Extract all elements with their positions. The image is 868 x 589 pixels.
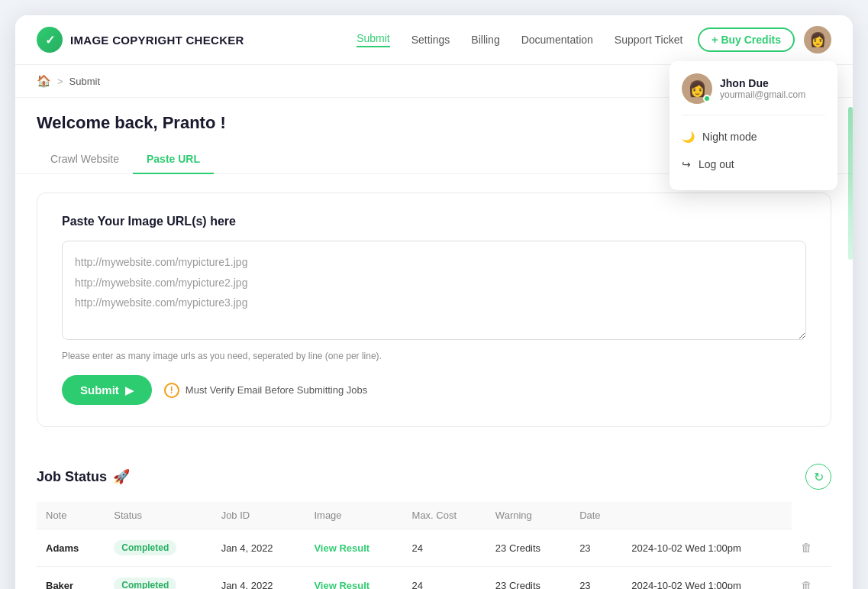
app-container: ✓ IMAGE COPYRIGHT CHECKER Submit Setting…: [15, 15, 853, 589]
dropdown-username: Jhon Due: [720, 77, 805, 89]
main-content: Paste Your Image URL(s) here http://mywe…: [15, 174, 853, 464]
nav-support[interactable]: Support Ticket: [615, 34, 683, 46]
user-dropdown: 👩 Jhon Due yourmail@gmail.com 🌙 Night mo…: [670, 61, 837, 190]
cell-job-id: Jan 4, 2022: [212, 567, 305, 590]
warning-icon: !: [164, 383, 179, 398]
cell-warning: 23: [570, 529, 622, 567]
logout-button[interactable]: ↪ Log out: [682, 150, 825, 178]
dropdown-user-details: Jhon Due yourmail@gmail.com: [720, 77, 805, 100]
cell-note: Adams: [37, 529, 105, 567]
breadcrumb-separator: >: [57, 76, 63, 87]
cell-max-cost: 23 Credits: [486, 529, 570, 567]
tab-crawl-website[interactable]: Crawl Website: [37, 145, 133, 174]
paste-url-form-card: Paste Your Image URL(s) here http://mywe…: [37, 193, 831, 427]
cell-note: Baker: [37, 567, 105, 590]
cell-view-result[interactable]: View Result: [305, 567, 402, 590]
verify-warning-text: Must Verify Email Before Submitting Jobs: [186, 384, 367, 396]
col-date: Date: [570, 502, 622, 529]
dropdown-user-info: 👩 Jhon Due yourmail@gmail.com: [682, 73, 825, 115]
table-row: Baker Completed Jan 4, 2022 View Result …: [37, 567, 831, 590]
cell-job-id: Jan 4, 2022: [212, 529, 305, 567]
online-indicator: [703, 95, 711, 102]
rocket-icon: 🚀: [113, 468, 130, 485]
cell-date: 2024-10-02 Wed 1:00pm: [622, 529, 792, 567]
dropdown-email: yourmail@gmail.com: [720, 89, 805, 100]
cell-view-result[interactable]: View Result: [305, 529, 402, 567]
home-icon[interactable]: 🏠: [37, 74, 51, 88]
job-status-label: Job Status: [37, 469, 107, 485]
form-label: Paste Your Image URL(s) here: [62, 215, 806, 228]
form-hint: Please enter as many image urls as you n…: [62, 351, 806, 361]
nav-documentation[interactable]: Documentation: [521, 34, 593, 46]
job-status-title: Job Status 🚀: [37, 468, 130, 485]
moon-icon: 🌙: [682, 131, 695, 143]
breadcrumb-current: Submit: [69, 76, 100, 87]
col-actions: [622, 502, 792, 529]
tab-paste-url[interactable]: Paste URL: [133, 145, 214, 174]
submit-button[interactable]: Submit ▶: [62, 375, 152, 405]
table-header: Note Status Job ID Image Max. Cost Warni…: [37, 502, 831, 529]
main-nav: Submit Settings Billing Documentation Su…: [357, 32, 682, 47]
url-input[interactable]: http://mywebsite.com/mypicture1.jpg http…: [62, 241, 806, 340]
col-warning: Warning: [486, 502, 570, 529]
cell-status: Completed: [105, 529, 211, 567]
cell-warning: 23: [570, 567, 622, 590]
nav-submit[interactable]: Submit: [357, 32, 390, 47]
cell-status: Completed: [105, 567, 211, 590]
table-row: Adams Completed Jan 4, 2022 View Result …: [37, 529, 831, 567]
table-body: Adams Completed Jan 4, 2022 View Result …: [37, 529, 831, 590]
buy-credits-button[interactable]: + Buy Credits: [698, 28, 795, 52]
logo-area: ✓ IMAGE COPYRIGHT CHECKER: [37, 27, 244, 53]
delete-icon: 🗑: [801, 579, 812, 590]
col-job-id: Job ID: [212, 502, 305, 529]
cell-image: 24: [403, 567, 486, 590]
nav-settings[interactable]: Settings: [411, 34, 450, 46]
cell-max-cost: 23 Credits: [486, 567, 570, 590]
night-mode-label: Night mode: [702, 131, 757, 143]
dropdown-avatar: 👩: [682, 73, 712, 104]
col-status: Status: [105, 502, 211, 529]
col-max-cost: Max. Cost: [403, 502, 486, 529]
cell-date: 2024-10-02 Wed 1:00pm: [622, 567, 792, 590]
cell-delete[interactable]: 🗑: [792, 567, 831, 590]
app-title: IMAGE COPYRIGHT CHECKER: [70, 34, 244, 47]
scroll-accent: [848, 107, 853, 260]
form-actions: Submit ▶ ! Must Verify Email Before Subm…: [62, 375, 806, 405]
logout-label: Log out: [699, 158, 734, 170]
logout-icon: ↪: [682, 158, 691, 170]
submit-icon: ▶: [125, 384, 134, 396]
avatar[interactable]: 👩: [804, 26, 831, 53]
submit-label: Submit: [80, 383, 119, 396]
cell-delete[interactable]: 🗑: [792, 529, 831, 567]
night-mode-button[interactable]: 🌙 Night mode: [682, 123, 825, 150]
job-status-header: Job Status 🚀 ↻: [37, 464, 831, 490]
verify-warning: ! Must Verify Email Before Submitting Jo…: [164, 383, 367, 398]
refresh-button[interactable]: ↻: [805, 464, 831, 490]
col-note: Note: [37, 502, 105, 529]
nav-billing[interactable]: Billing: [471, 34, 499, 46]
col-image: Image: [305, 502, 402, 529]
cell-image: 24: [403, 529, 486, 567]
header: ✓ IMAGE COPYRIGHT CHECKER Submit Setting…: [15, 15, 853, 65]
logo-icon: ✓: [37, 27, 63, 53]
delete-icon: 🗑: [801, 541, 812, 554]
job-table: Note Status Job ID Image Max. Cost Warni…: [37, 502, 831, 589]
job-status-section: Job Status 🚀 ↻ Note Status Job ID Image …: [15, 464, 853, 589]
